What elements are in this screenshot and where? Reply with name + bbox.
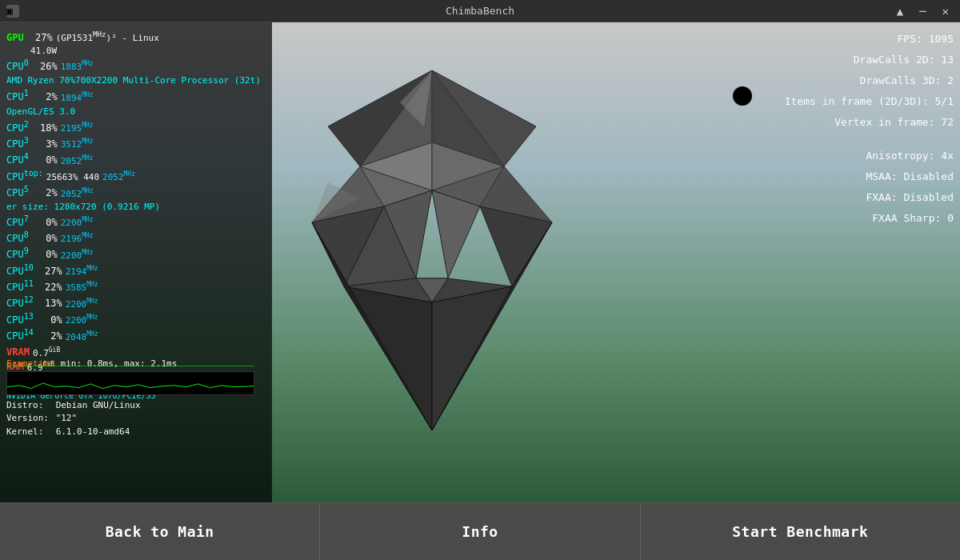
cpu3-pct: 3% <box>32 138 58 151</box>
cpu12-label: CPU12 <box>6 294 34 310</box>
frametime-section: Frametime min: 0.8ms, max: 2.1ms <box>6 358 262 398</box>
gpu-watt: 41.0W <box>30 45 57 58</box>
cpu2-pct: 18% <box>32 122 58 135</box>
cpu11-label: CPU11 <box>6 278 34 294</box>
version-value: "12" <box>56 413 78 423</box>
close-button[interactable]: ✕ <box>938 3 954 19</box>
bottom-bar: Back to Main Info Start Benchmark <box>0 502 960 560</box>
cpu11-pct: 22% <box>37 281 62 294</box>
cpu13-freq: 2200MHz <box>66 313 98 327</box>
cpu13-pct: 0% <box>37 314 62 327</box>
cpu8-pct: 0% <box>32 232 58 246</box>
cpu9-label: CPU9 <box>6 246 29 262</box>
frametime-graph-svg <box>7 372 254 394</box>
cpu5-pct: 2% <box>32 186 58 200</box>
msaa: MSAA: Disabled <box>785 166 954 187</box>
cpu14-label: CPU14 <box>6 327 34 343</box>
start-benchmark-button[interactable]: Start Benchmark <box>641 503 960 561</box>
gpu-percent: 27% <box>27 31 53 45</box>
stats-panel: GPU 27% (GP1531MHz)² - Linux 41.0W CPU0 … <box>6 29 261 402</box>
frametime-graph-container <box>6 371 254 395</box>
distro-label: Distro: <box>6 399 50 413</box>
cputop-val: 25663% 440 <box>46 171 99 184</box>
cpu9-freq: 2200MHz <box>61 248 94 262</box>
gpu-label: GPU <box>6 31 24 45</box>
cpu10-freq: 2194MHz <box>66 264 98 278</box>
titlebar: ▣ ChimbaBench ▲ ─ ✕ <box>0 0 960 22</box>
cpu4-freq: 2052MHz <box>61 154 94 168</box>
anisotropy: Anisotropy: 4x <box>785 146 954 166</box>
frametime-values: min: 0.8ms, max: 2.1ms <box>61 358 178 369</box>
cpu7-pct: 0% <box>32 216 58 230</box>
cpu7-label: CPU7 <box>6 214 29 230</box>
cpu0-label: CPU0 <box>6 58 29 74</box>
cpu12-pct: 13% <box>37 297 62 310</box>
cpu10-label: CPU10 <box>6 262 34 278</box>
cputop-label: CPUtop: <box>6 168 43 184</box>
fxaa-sharp: FXAA Sharp: 0 <box>785 208 954 229</box>
scene-dot <box>733 86 752 106</box>
cpu13-label: CPU13 <box>6 311 34 327</box>
cpu4-pct: 0% <box>32 154 58 167</box>
distro-value: Debian GNU/Linux <box>56 400 141 410</box>
back-to-main-button[interactable]: Back to Main <box>0 503 320 561</box>
window-controls[interactable]: ▲ ─ ✕ <box>892 3 954 19</box>
info-button[interactable]: Info <box>320 503 640 561</box>
kernel-label: Kernel: <box>6 426 50 439</box>
svg-marker-12 <box>432 190 480 278</box>
cpu3-label: CPU3 <box>6 135 29 151</box>
kernel-value: 6.1.0-10-amd64 <box>56 426 130 437</box>
cpu2-freq: 2195MHz <box>61 121 94 135</box>
cpu5-freq2: 2052MHz <box>61 186 94 201</box>
cpu14-pct: 2% <box>37 330 62 343</box>
cpu-name: AMD Ryzen 70%700X2200 Multi-Core Process… <box>6 74 261 87</box>
minimize-button[interactable]: ─ <box>914 3 930 19</box>
vram-value: 0.7GiB <box>33 346 60 360</box>
drawcalls-2d: DrawCalls 2D: 13 <box>785 50 954 70</box>
cpu5-freq: 2052MHz <box>102 170 135 184</box>
opengl-ver: OpenGL/ES 3.0 <box>6 106 261 118</box>
cpu1-pct: 2% <box>32 90 58 104</box>
cpu1-freq: 1894MHz <box>61 90 94 105</box>
cpu8-label: CPU8 <box>6 230 29 246</box>
right-stats-panel: FPS: 1095 DrawCalls 2D: 13 DrawCalls 3D:… <box>785 29 954 229</box>
cpu14-freq: 2048MHz <box>66 330 98 344</box>
cpu10-pct: 27% <box>37 265 62 278</box>
gpu-detail: (GP1531MHz)² - Linux <box>56 29 159 45</box>
buffer-size: er size: 1280x720 (0.9216 MP) <box>6 201 261 214</box>
window-title: ChimbaBench <box>446 5 514 17</box>
maximize-button[interactable]: ▲ <box>892 3 908 19</box>
cpu9-pct: 0% <box>32 248 58 262</box>
cpu0-pct: 26% <box>32 60 58 74</box>
cpu7-freq: 2200MHz <box>61 215 94 230</box>
drawcalls-3d: DrawCalls 3D: 2 <box>785 70 954 91</box>
fxaa: FXAA: Disabled <box>785 187 954 208</box>
section-divider <box>6 366 254 366</box>
main-viewport: GPU 27% (GP1531MHz)² - Linux 41.0W CPU0 … <box>0 22 960 502</box>
cpu4-label: CPU4 <box>6 151 29 167</box>
diamond-svg <box>264 62 600 446</box>
fps-display: FPS: 1095 <box>785 29 954 50</box>
app-icon: ▣ <box>6 5 19 18</box>
cpu8-freq: 2196MHz <box>61 231 94 246</box>
cpu12-freq: 2200MHz <box>66 297 98 311</box>
system-info-panel: Distro: Debian GNU/Linux Version: "12" K… <box>6 399 141 439</box>
frametime-label: Frametime <box>6 358 54 369</box>
cpu5-label: CPU5 <box>6 184 29 200</box>
cpu2-label: CPU2 <box>6 119 29 135</box>
vertex-in-frame: Vertex in frame: 72 <box>785 112 954 133</box>
items-in-frame: Items in frame (2D/3D): 5/1 <box>785 91 954 112</box>
cpu3-freq: 3512MHz <box>61 137 94 151</box>
cpu1-label: CPU1 <box>6 88 29 104</box>
cpu0-freq: 1883MHz <box>61 59 94 74</box>
version-label: Version: <box>6 412 50 426</box>
diamond-gem <box>192 54 672 454</box>
cpu11-freq: 3585MHz <box>66 280 98 294</box>
